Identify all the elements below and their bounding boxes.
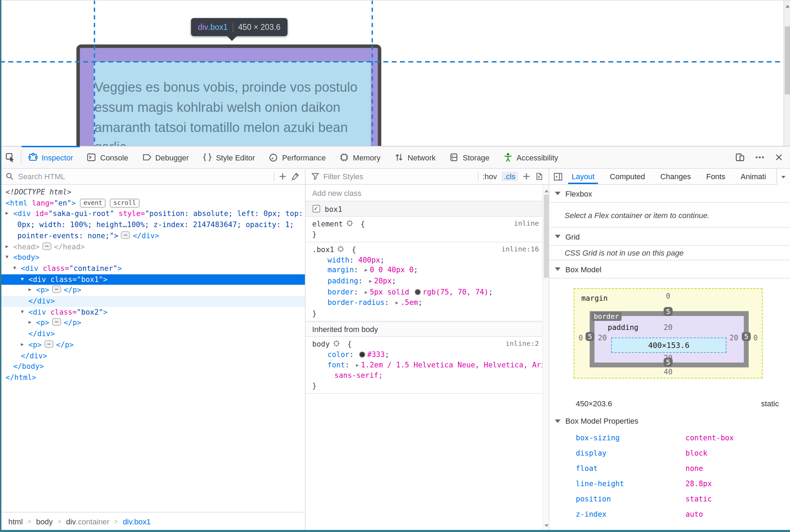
all-tabs-button[interactable] [776, 169, 790, 185]
breadcrumb-item[interactable]: div.box1 [123, 517, 151, 525]
tab-console[interactable]: Console [80, 147, 135, 168]
scrollbar-thumb[interactable] [784, 26, 790, 94]
box-model-property-row[interactable]: positionstatic [549, 491, 790, 506]
twisty-open-icon[interactable]: ▼ [13, 263, 16, 274]
scroll-up-icon[interactable] [785, 3, 789, 8]
border-left-value[interactable]: 5 [585, 332, 594, 341]
page-scrollbar[interactable] [783, 0, 790, 146]
markup-row[interactable]: ▶<p>⋯</p> [0, 318, 305, 329]
markup-row[interactable]: </body> [0, 361, 305, 372]
target-icon[interactable] [337, 245, 344, 253]
twisty-open-icon[interactable]: ▼ [21, 307, 24, 317]
tab-storage[interactable]: Storage [443, 147, 497, 168]
margin-bottom-value[interactable]: 40 [664, 367, 672, 376]
rule-source-link[interactable]: inline:2 [506, 339, 539, 349]
class-checkbox[interactable]: ✓ [312, 205, 320, 213]
close-button[interactable] [771, 149, 787, 166]
padding-left-value[interactable]: 20 [598, 333, 607, 342]
class-toggle[interactable]: .cls [501, 172, 518, 181]
rules-scrollbar[interactable] [542, 185, 549, 532]
sidebar-toggle-button[interactable] [554, 172, 563, 181]
sidebar-tab-layout[interactable]: Layout [564, 169, 602, 184]
sidebar-tab-changes[interactable]: Changes [653, 169, 699, 184]
css-declaration[interactable]: border: ▶5px solid rgb(75, 70, 74); [305, 286, 542, 297]
css-declaration[interactable]: font: ▶1.2em / 1.5 Helvetica Neue, Helve… [305, 359, 542, 370]
twisty-closed-icon[interactable]: ▶ [6, 209, 8, 219]
filter-styles-input[interactable] [323, 172, 473, 181]
border-bottom-value[interactable]: 5 [664, 358, 673, 367]
rules-scroll-up-icon[interactable] [544, 188, 548, 192]
print-simulation-button[interactable] [535, 172, 543, 181]
tab-network[interactable]: Network [388, 147, 443, 168]
box-model-property-row[interactable]: box-sizingcontent-box [549, 430, 790, 445]
box-model-properties-header[interactable]: Box Model Properties [549, 413, 790, 429]
tab-performance[interactable]: Performance [262, 147, 333, 168]
sidebar-tab-computed[interactable]: Computed [602, 169, 653, 184]
css-declaration[interactable]: margin: ▶0 0 40px 0; [305, 265, 542, 276]
node-picker-button[interactable] [0, 147, 21, 168]
expand-computed-icon[interactable]: ▶ [365, 266, 367, 276]
border-top-value[interactable]: 5 [664, 307, 673, 316]
markup-row[interactable]: </div> [0, 329, 305, 339]
margin-left-value[interactable]: 0 [579, 333, 583, 342]
sidebar-tab-fonts[interactable]: Fonts [699, 169, 733, 184]
eyedropper-button[interactable] [291, 172, 299, 181]
rules-scroll-down-icon[interactable] [544, 524, 548, 529]
twisty-closed-icon[interactable]: ▶ [6, 241, 8, 252]
padding-right-value[interactable]: 20 [730, 333, 738, 342]
box-model-property-row[interactable]: floatnone [549, 460, 790, 476]
markup-row[interactable]: 0px; width: 100%; height…100%; z-index: … [0, 219, 305, 230]
markup-row[interactable]: pointer-events: none;">⋯</div> [0, 231, 305, 241]
breadcrumb-item[interactable]: body [36, 517, 53, 525]
css-declaration[interactable]: border-radius: ▶.5em; [305, 297, 542, 308]
expand-computed-icon[interactable]: ▶ [356, 360, 359, 370]
add-node-button[interactable] [278, 172, 286, 181]
markup-row-selected[interactable]: ▼<div class="box1"> [0, 274, 305, 285]
twisty-open-icon[interactable]: ▼ [21, 274, 24, 285]
add-new-class-input[interactable] [312, 189, 542, 197]
color-swatch[interactable] [414, 289, 421, 295]
tab-accessibility[interactable]: Accessibility [497, 147, 565, 168]
tab-memory[interactable]: Memory [333, 147, 387, 168]
pseudo-class-toggle[interactable]: :hov [482, 172, 497, 181]
twisty-closed-icon[interactable]: ▶ [28, 318, 31, 329]
tab-debugger[interactable]: Debugger [135, 147, 196, 168]
css-declaration[interactable]: width: 400px; [305, 255, 542, 265]
inline-text-ellipsis[interactable]: ⋯ [121, 231, 130, 239]
border-right-value[interactable]: 5 [742, 332, 751, 341]
rule-selector-line[interactable]: .box1 {inline:16 [305, 244, 542, 255]
rules-scrollbar-thumb[interactable] [544, 194, 549, 278]
markup-row[interactable]: ▶<div id="saka-gui-root" style="position… [0, 209, 305, 219]
css-declaration[interactable]: color: #333; [305, 349, 542, 359]
expand-computed-icon[interactable]: ▶ [365, 287, 367, 297]
markup-row[interactable]: ▶<p>⋯</p> [0, 340, 305, 350]
markup-row[interactable]: </div> [0, 350, 305, 361]
sidebar-tab-animati[interactable]: Animati [733, 169, 774, 184]
target-icon[interactable] [333, 340, 340, 348]
twisty-closed-icon[interactable]: ▶ [21, 340, 24, 350]
box-model-property-row[interactable]: displayblock [549, 445, 790, 460]
box-model-property-row[interactable]: z-indexauto [549, 506, 790, 522]
box-model-property-row[interactable]: line-height28.8px [549, 476, 790, 491]
responsive-design-button[interactable] [732, 149, 748, 166]
inline-text-ellipsis[interactable]: ⋯ [52, 318, 61, 326]
markup-badge[interactable]: event [80, 198, 106, 207]
markup-row[interactable]: ▶<p>⋯</p> [0, 285, 305, 296]
breadcrumb-item[interactable]: html [8, 517, 23, 525]
color-swatch[interactable] [359, 351, 365, 358]
rule-selector-line[interactable]: element {inline [305, 219, 542, 229]
meatball-menu-button[interactable] [751, 149, 768, 166]
add-rule-button[interactable] [522, 172, 531, 181]
flexbox-section-header[interactable]: Flexbox [549, 185, 790, 203]
markup-row[interactable]: </html> [0, 372, 305, 383]
margin-right-value[interactable]: 0 [753, 333, 758, 342]
inline-text-ellipsis[interactable]: ⋯ [44, 340, 53, 348]
grid-section-header[interactable]: Grid [549, 228, 790, 246]
inline-text-ellipsis[interactable]: ⋯ [42, 242, 51, 250]
twisty-closed-icon[interactable]: ▶ [28, 285, 31, 296]
expand-computed-icon[interactable]: ▶ [396, 298, 398, 308]
tab-inspector[interactable]: Inspector [22, 147, 80, 168]
expand-computed-icon[interactable]: ▶ [369, 276, 372, 286]
inline-text-ellipsis[interactable]: ⋯ [52, 286, 61, 293]
tab-style-editor[interactable]: Style Editor [196, 147, 262, 168]
